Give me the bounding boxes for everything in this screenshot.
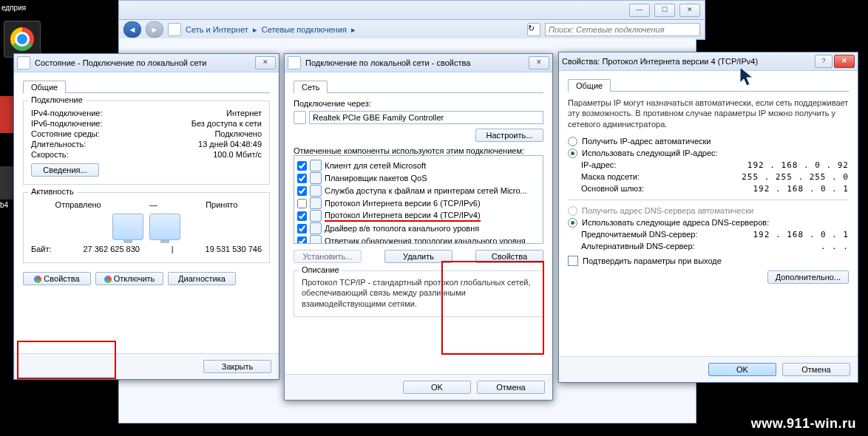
- protocol-icon: [310, 235, 322, 244]
- components-list[interactable]: Клиент для сетей Microsoft Планировщик п…: [294, 155, 543, 244]
- label: IPv6-подключение:: [31, 119, 103, 128]
- value: 13 дней 04:48:49: [198, 140, 262, 149]
- network-icon: [288, 56, 301, 69]
- close-button[interactable]: ✕: [255, 56, 276, 69]
- label: Длительность:: [31, 140, 86, 149]
- gateway-value[interactable]: 192 . 168 . 0 . 1: [738, 184, 849, 194]
- sent-label: Отправлено: [55, 200, 101, 209]
- confirm-on-exit-checkbox[interactable]: Подтвердить параметры при выходе: [568, 256, 849, 266]
- list-item[interactable]: Протокол Интернета версии 6 (TCP/IPv6): [297, 197, 540, 209]
- protocol-icon: [310, 197, 322, 209]
- install-button[interactable]: Установить...: [294, 250, 362, 263]
- window-title: Состояние - Подключение по локальной сет…: [35, 58, 251, 67]
- adapter-field: [309, 111, 543, 124]
- network-status-icon: [17, 56, 30, 69]
- list-item[interactable]: Планировщик пакетов QoS: [297, 172, 540, 184]
- diagnose-button[interactable]: Диагностика: [168, 272, 236, 285]
- value: 100.0 Мбит/с: [213, 150, 262, 159]
- radio-manual-dns[interactable]: Использовать следующие адреса DNS-сервер…: [568, 218, 849, 228]
- radio-auto-ip[interactable]: Получить IP-адрес автоматически: [568, 137, 849, 146]
- dns2-label: Альтернативный DNS-сервер:: [581, 242, 695, 251]
- list-item[interactable]: Клиент для сетей Microsoft: [297, 160, 540, 171]
- connect-through-label: Подключение через:: [294, 99, 543, 108]
- bytes-recv: 19 531 530 746: [206, 245, 262, 253]
- protocol-icon: [310, 222, 322, 234]
- description-text: Протокол TCP/IP - стандартный протокол г…: [302, 277, 535, 309]
- list-item[interactable]: Драйвер в/в тополога канального уровня: [297, 222, 540, 234]
- ip-label: IP-адрес:: [581, 160, 616, 169]
- watermark-text: www.911-win.ru: [751, 416, 856, 432]
- group-activity-label: Активность: [28, 187, 77, 196]
- protocol-icon: [310, 210, 322, 222]
- nav-back-button[interactable]: ◄: [123, 21, 141, 38]
- ok-button[interactable]: OK: [708, 363, 776, 376]
- breadcrumb[interactable]: Сеть и Интернет: [186, 25, 248, 34]
- ok-button[interactable]: OK: [403, 381, 471, 394]
- close-button-footer[interactable]: Закрыть: [203, 360, 271, 373]
- help-button[interactable]: ?: [815, 55, 833, 68]
- list-item-tcpip4[interactable]: Протокол Интернета версии 4 (TCP/IPv4): [297, 210, 540, 222]
- window-title: Подключение по локальной сети - свойства: [305, 58, 524, 67]
- close-button[interactable]: ✕: [529, 56, 549, 69]
- breadcrumb[interactable]: Сетевые подключения: [262, 25, 347, 34]
- ip-value[interactable]: 192 . 168 . 0 . 92: [738, 160, 849, 170]
- bytes-label: Байт:: [31, 245, 52, 253]
- mask-label: Маска подсети:: [581, 172, 640, 181]
- value: Подключено: [214, 129, 262, 138]
- recv-label: Принято: [206, 200, 237, 209]
- dns1-value[interactable]: 192 . 168 . 0 . 1: [738, 230, 849, 239]
- adapter-icon: [294, 111, 306, 124]
- gateway-label: Основной шлюз:: [581, 184, 644, 193]
- search-input[interactable]: [545, 23, 700, 36]
- tab-general[interactable]: Общие: [568, 79, 611, 92]
- value: Интернет: [226, 109, 262, 117]
- service-icon: [310, 172, 322, 184]
- tab-general[interactable]: Общие: [23, 81, 66, 93]
- desktop-shortcut-label: едприя: [1, 4, 26, 12]
- value: Без доступа к сети: [191, 119, 262, 128]
- cancel-button[interactable]: Отмена: [477, 381, 545, 394]
- intro-text: Параметры IP могут назначаться автоматич…: [568, 98, 849, 129]
- components-label: Отмеченные компоненты используются этим …: [294, 146, 543, 155]
- label: IPv4-подключение:: [31, 109, 103, 117]
- chrome-icon: [10, 27, 34, 51]
- radio-auto-dns: Получить адрес DNS-сервера автоматически: [568, 206, 849, 216]
- details-button[interactable]: Сведения...: [31, 163, 99, 177]
- advanced-button[interactable]: Дополнительно...: [767, 270, 849, 284]
- group-connection-label: Подключение: [28, 95, 86, 104]
- dns2-value[interactable]: . . .: [738, 242, 849, 251]
- close-button[interactable]: ✕: [834, 55, 855, 68]
- refresh-icon[interactable]: ↻: [527, 23, 540, 36]
- ipv4-properties-window: Свойства: Протокол Интернета версии 4 (T…: [558, 52, 858, 383]
- radio-manual-ip[interactable]: Использовать следующий IP-адрес:: [568, 149, 849, 158]
- close-button[interactable]: ✕: [679, 4, 700, 17]
- window-title: Свойства: Протокол Интернета версии 4 (T…: [562, 57, 810, 66]
- tab-network[interactable]: Сеть: [294, 81, 328, 93]
- connection-properties-window: Подключение по локальной сети - свойства…: [284, 53, 553, 401]
- description-label: Описание: [299, 265, 342, 274]
- properties-button[interactable]: Свойства: [23, 272, 91, 285]
- label: Скорость:: [31, 150, 69, 159]
- dns1-label: Предпочитаемый DNS-сервер:: [581, 230, 697, 239]
- uninstall-button[interactable]: Удалить: [384, 250, 452, 263]
- client-icon: [310, 160, 322, 171]
- cancel-button[interactable]: Отмена: [782, 363, 850, 376]
- list-item[interactable]: Служба доступа к файлам и принтерам сете…: [297, 185, 540, 197]
- explorer-navbar: ◄ ► Сеть и Интернет ▸ Сетевые подключени…: [118, 19, 705, 40]
- configure-button[interactable]: Настроить...: [475, 129, 543, 142]
- minimize-button[interactable]: —: [629, 4, 650, 17]
- bytes-sent: 27 362 625 830: [83, 245, 139, 253]
- disable-button[interactable]: Отключить: [95, 272, 163, 285]
- monitor-icon: [149, 214, 180, 240]
- monitor-icon: [112, 214, 143, 240]
- list-item[interactable]: Ответчик обнаружения топологии канальног…: [297, 235, 540, 244]
- mask-value[interactable]: 255 . 255 . 255 . 0: [738, 172, 849, 182]
- maximize-button[interactable]: ☐: [654, 4, 675, 17]
- gmail-icon-partial: [0, 96, 13, 133]
- service-icon: [310, 185, 322, 197]
- desktop-icon-partial: b4: [0, 166, 13, 200]
- chrome-shortcut[interactable]: [4, 21, 41, 58]
- nav-forward-button[interactable]: ►: [146, 21, 163, 38]
- component-properties-button[interactable]: Свойства: [475, 250, 543, 263]
- label: Состояние среды:: [31, 129, 100, 138]
